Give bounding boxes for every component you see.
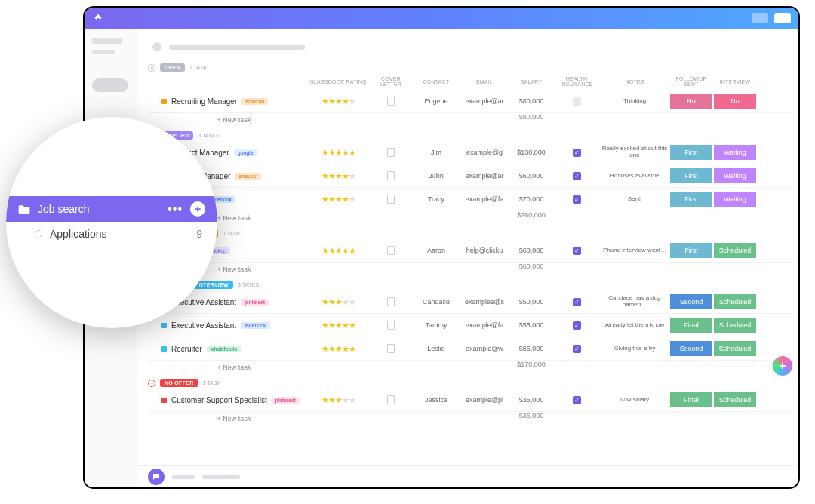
followup-pill[interactable]: No	[670, 94, 712, 109]
task-row[interactable]: Executive Assistant pinterest ★★★★★ Cand…	[148, 290, 794, 314]
search-input[interactable]	[92, 78, 128, 92]
column-header: COVER LETTER	[370, 76, 412, 87]
email-cell: example@fa	[460, 321, 509, 329]
cover-letter-cell[interactable]	[370, 297, 412, 306]
status-square-icon	[161, 99, 167, 104]
more-icon[interactable]: •••	[168, 202, 183, 216]
health-insurance-cell[interactable]: ✓	[554, 345, 599, 353]
subtotal: $260,000	[510, 211, 552, 225]
task-row[interactable]: Recruiter wholefoods ★★★★★ Leslie exampl…	[148, 337, 794, 361]
checkbox-icon: ✓	[573, 298, 581, 306]
new-task-button[interactable]: + New task	[148, 361, 306, 374]
interview-pill[interactable]: Scheduled	[714, 243, 756, 258]
interview-pill[interactable]: No	[714, 94, 756, 109]
contact-cell: Jessica	[414, 396, 459, 404]
company-tag[interactable]: wholefoods	[207, 346, 241, 352]
health-insurance-cell[interactable]: ✓	[554, 149, 599, 157]
company-tag[interactable]: amazon	[235, 173, 261, 180]
group-header[interactable]: ▾ OPEN 1 TASK	[148, 63, 794, 72]
status-badge: OPEN	[160, 63, 185, 72]
task-row[interactable]: Recruiting Manager amazon ★★★★★ Eugene e…	[148, 90, 794, 113]
contact-cell: John	[414, 172, 459, 180]
interview-pill[interactable]: Waiting	[714, 168, 756, 183]
status-square-icon	[161, 323, 167, 328]
window-button[interactable]	[752, 13, 768, 23]
cover-letter-cell[interactable]	[370, 395, 412, 404]
cover-letter-cell[interactable]	[370, 148, 412, 157]
window-button[interactable]	[774, 13, 791, 23]
task-count: 1 TASK	[203, 380, 220, 386]
cover-letter-cell[interactable]	[370, 321, 412, 330]
health-insurance-cell[interactable]: ✓	[554, 298, 599, 306]
task-title: Recruiting Manager	[171, 97, 237, 106]
add-fab[interactable]: +	[773, 356, 792, 376]
health-insurance-cell[interactable]	[554, 97, 599, 106]
checkbox-icon: ✓	[573, 247, 581, 255]
cover-letter-cell[interactable]	[370, 344, 412, 353]
task-row[interactable]: Executive Assistant facebook ★★★★★ Tammy…	[148, 314, 794, 337]
followup-pill[interactable]: Final	[670, 392, 712, 407]
checkbox-icon: ✓	[573, 195, 581, 204]
company-tag[interactable]: pinterest	[272, 397, 300, 404]
salary-cell: $35,000	[510, 396, 552, 404]
chat-button[interactable]	[148, 469, 165, 485]
placeholder	[169, 45, 305, 50]
task-row[interactable]: Product Manager google ★★★★★ Jim example…	[148, 141, 794, 164]
task-row[interactable]: Recruiter facebook ★★★★★ Tracy example@f…	[148, 188, 794, 211]
notes-cell: Bonuses available	[601, 173, 669, 180]
health-insurance-cell[interactable]: ✓	[554, 172, 599, 180]
company-tag[interactable]: facebook	[241, 322, 269, 329]
subtotal: $60,000	[510, 263, 552, 276]
salary-cell: $60,000	[510, 172, 552, 180]
followup-pill[interactable]: First	[670, 243, 712, 258]
cover-letter-cell[interactable]	[370, 97, 412, 106]
company-tag[interactable]: amazon	[241, 98, 268, 105]
interview-pill[interactable]: Waiting	[714, 145, 756, 160]
sidebar-item-job-search[interactable]: Job search ••• +	[6, 196, 217, 222]
interview-pill[interactable]: Scheduled	[714, 341, 756, 356]
salary-cell: $80,000	[510, 97, 552, 105]
cover-letter-cell[interactable]	[370, 195, 412, 204]
contact-cell: Candace	[414, 298, 459, 306]
cover-letter-cell[interactable]	[370, 171, 412, 180]
followup-pill[interactable]: Final	[670, 318, 712, 333]
interview-pill[interactable]: Waiting	[714, 192, 756, 207]
add-icon[interactable]: +	[190, 201, 205, 217]
contact-cell: Jim	[414, 149, 459, 156]
group-header[interactable]: ▾ APPLIED 3 TASKS	[148, 131, 794, 140]
followup-pill[interactable]: Second	[670, 341, 712, 356]
checkbox-icon: ✓	[573, 172, 581, 180]
followup-pill[interactable]: First	[670, 168, 712, 183]
followup-pill[interactable]: Second	[670, 294, 712, 309]
followup-pill[interactable]: First	[670, 192, 712, 207]
salary-cell: $130,000	[510, 149, 552, 156]
company-tag[interactable]: pinterest	[241, 299, 269, 306]
notes-cell: Candace has a dog named…	[601, 295, 669, 309]
group-header[interactable]: ▾ NO OFFER 1 TASK	[148, 379, 794, 387]
chevron-down-icon[interactable]: ▾	[148, 380, 155, 387]
cover-letter-cell[interactable]	[370, 246, 412, 255]
company-tag[interactable]: google	[234, 149, 257, 156]
interview-pill[interactable]: Scheduled	[714, 392, 756, 407]
task-group: ▾ HONE INTERVIEW 1 TASK Recruiter clicku…	[148, 229, 794, 276]
interview-pill[interactable]: Scheduled	[714, 294, 756, 309]
group-header[interactable]: ▾ HONE INTERVIEW 1 TASK	[148, 229, 794, 238]
health-insurance-cell[interactable]: ✓	[554, 247, 599, 255]
new-task-button[interactable]: + New task	[148, 113, 306, 127]
email-cell: example@fa	[460, 195, 509, 203]
group-header[interactable]: ▾ IN PERSON INTERVIEW 3 TASKS	[148, 281, 794, 289]
new-task-button[interactable]: + New task	[148, 412, 306, 426]
contact-cell: Eugene	[414, 97, 459, 105]
interview-pill[interactable]: Scheduled	[714, 318, 756, 333]
task-row[interactable]: Customer Support Specialist pinterest ★★…	[148, 389, 794, 412]
sidebar-item-applications[interactable]: Applications 9	[6, 222, 217, 246]
chevron-down-icon[interactable]: ▾	[148, 64, 155, 72]
followup-pill[interactable]: First	[670, 145, 712, 160]
task-count: 1 TASK	[189, 65, 207, 70]
health-insurance-cell[interactable]: ✓	[554, 396, 599, 404]
notes-cell: Already let them know	[601, 322, 669, 329]
health-insurance-cell[interactable]: ✓	[554, 321, 599, 330]
task-row[interactable]: Account Manager amazon ★★★★★ John exampl…	[148, 164, 794, 188]
task-row[interactable]: Recruiter clickup ★★★★★ Aaron help@click…	[148, 239, 794, 263]
health-insurance-cell[interactable]: ✓	[554, 195, 599, 204]
